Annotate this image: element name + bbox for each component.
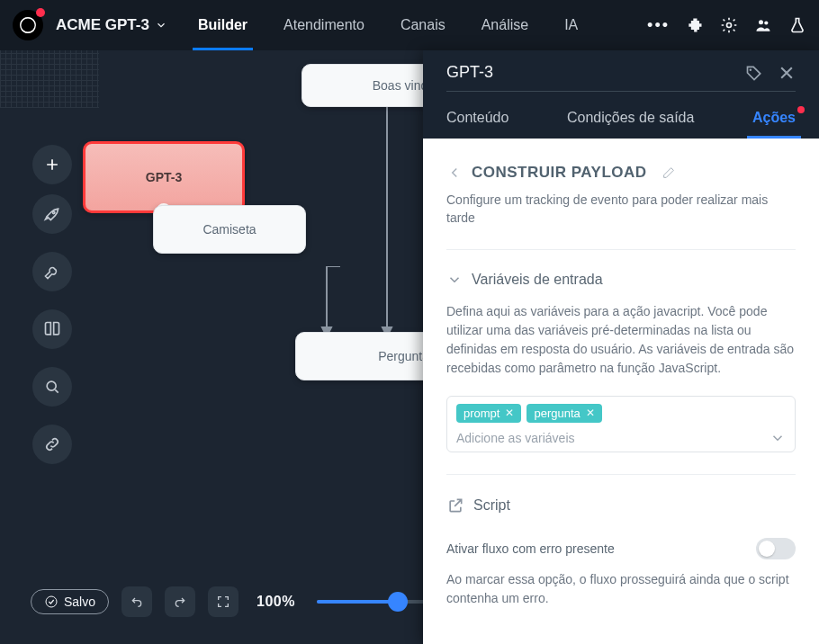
team-icon[interactable] [754, 16, 772, 34]
more-menu[interactable]: ••• [647, 16, 670, 35]
error-flow-toggle-desc: Ao marcar essa opção, o fluxo prosseguir… [446, 570, 796, 608]
rocket-button[interactable] [32, 194, 72, 234]
app-logo[interactable] [13, 10, 43, 40]
grid-decoration [0, 50, 99, 108]
settings-icon[interactable] [720, 16, 738, 34]
openai-icon [18, 15, 38, 35]
node-gpt3[interactable]: GPT-3 [83, 141, 245, 213]
node-settings-panel: GPT-3 Conteúdo Condições de saída Ações … [423, 50, 819, 644]
action-subheading: Configure um tracking de evento para pod… [446, 191, 796, 228]
undo-button[interactable] [122, 586, 152, 617]
svg-point-2 [759, 20, 763, 24]
panel-tab-condicoes[interactable]: Condições de saída [567, 110, 694, 139]
external-link-icon [446, 496, 464, 514]
error-flow-toggle-label: Ativar fluxo com erro presente [446, 541, 615, 556]
zoom-slider-knob[interactable] [388, 592, 408, 612]
check-circle-icon [44, 595, 58, 609]
book-button[interactable] [32, 309, 72, 349]
svg-point-9 [750, 68, 752, 71]
zoom-slider[interactable] [317, 600, 425, 604]
variables-accordion-header[interactable]: Variáveis de entrada [446, 272, 796, 288]
tag-input-placeholder: Adicione as variáveis [456, 431, 770, 445]
chevron-down-icon [446, 272, 463, 288]
tab-analise[interactable]: Análise [476, 0, 534, 50]
script-section-header[interactable]: Script [446, 496, 796, 514]
workspace-name: ACME GPT-3 [56, 16, 149, 34]
variables-tag-input[interactable]: prompt ✕ pergunta ✕ Adicione as variávei… [446, 396, 796, 452]
extension-icon[interactable] [686, 16, 704, 34]
variables-desc: Defina aqui as variáveis para a ação jav… [446, 302, 796, 378]
redo-button[interactable] [165, 586, 195, 617]
edit-icon[interactable] [662, 165, 676, 180]
tag-prompt: prompt ✕ [456, 404, 521, 423]
search-button[interactable] [32, 367, 72, 407]
panel-title: GPT-3 [446, 63, 493, 82]
connector-camiseta-pergunta [304, 266, 349, 338]
close-icon[interactable] [778, 64, 796, 82]
tab-atendimento[interactable]: Atendimento [278, 0, 370, 50]
svg-point-4 [52, 211, 55, 214]
workspace-selector[interactable]: ACME GPT-3 [56, 16, 167, 34]
main-tabs: Builder Atendimento Canais Análise IA [193, 0, 583, 50]
fullscreen-button[interactable] [208, 586, 238, 617]
zoom-value: 100% [256, 594, 295, 610]
notification-dot [36, 8, 45, 17]
panel-tab-conteudo[interactable]: Conteúdo [446, 110, 508, 139]
tab-ia[interactable]: IA [559, 0, 583, 50]
chevron-down-icon [155, 19, 167, 31]
node-camiseta[interactable]: Camiseta [153, 205, 306, 254]
tab-builder[interactable]: Builder [193, 0, 253, 50]
lab-icon[interactable] [788, 16, 806, 34]
connector-welcome-pergunta [374, 104, 400, 338]
tag-pergunta: pergunta ✕ [526, 404, 601, 423]
svg-point-1 [727, 23, 732, 28]
link-button[interactable] [32, 425, 72, 464]
svg-point-5 [47, 381, 56, 390]
wrench-button[interactable] [32, 252, 72, 291]
tag-icon[interactable] [745, 64, 763, 82]
error-flow-toggle[interactable] [756, 538, 796, 559]
chevron-down-icon[interactable] [770, 430, 786, 446]
back-icon[interactable] [446, 165, 463, 181]
svg-point-8 [46, 596, 57, 607]
svg-point-3 [764, 21, 768, 24]
saved-status: Salvo [31, 589, 109, 614]
panel-tab-acoes[interactable]: Ações [752, 110, 796, 139]
add-node-button[interactable] [32, 145, 72, 184]
remove-tag-icon[interactable]: ✕ [586, 407, 595, 419]
remove-tag-icon[interactable]: ✕ [505, 407, 514, 419]
tab-canais[interactable]: Canais [395, 0, 451, 50]
notification-dot [797, 106, 805, 113]
action-heading: CONSTRUIR PAYLOAD [472, 164, 647, 182]
